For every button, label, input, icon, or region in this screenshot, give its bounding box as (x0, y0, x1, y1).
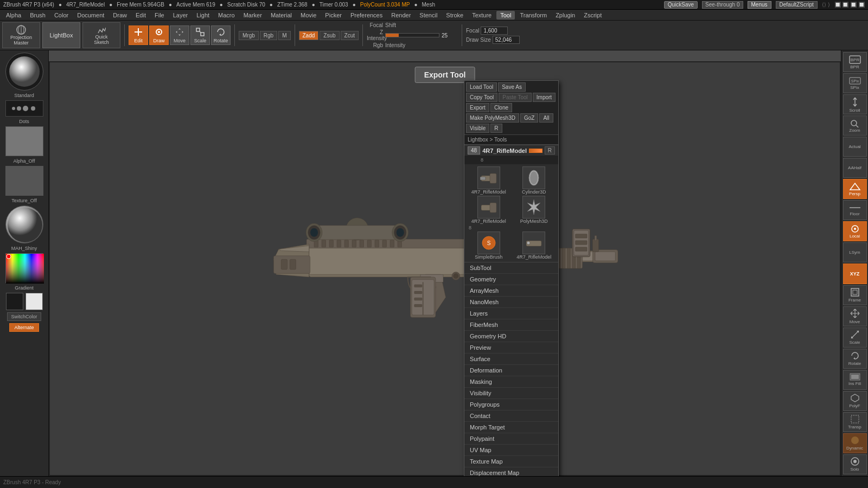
nanomesh-item[interactable]: NanoMesh (464, 297, 558, 308)
lsym-button[interactable]: LSym (843, 242, 867, 262)
menu-document[interactable]: Document (73, 11, 108, 20)
export-button[interactable]: Export (466, 103, 489, 112)
subtool-item[interactable]: SubTool (464, 262, 558, 274)
import-button[interactable]: Import (533, 93, 556, 102)
menu-transform[interactable]: Transform (516, 11, 551, 20)
arraymesh-item[interactable]: ArrayMesh (464, 285, 558, 297)
bpr-button[interactable]: BPR BPR (843, 52, 867, 72)
geometry-item[interactable]: Geometry (464, 274, 558, 285)
color-picker[interactable] (5, 253, 43, 283)
clone-button[interactable]: Clone (490, 103, 512, 112)
edit-button[interactable]: Edit (129, 25, 148, 45)
fibermesh-item[interactable]: FiberMesh (464, 319, 558, 331)
menu-render[interactable]: Render (387, 11, 414, 20)
brush-preview[interactable] (5, 53, 43, 91)
scale-rpanel-button[interactable]: Scale (843, 328, 867, 348)
scroll-button[interactable]: Scroll (843, 94, 867, 114)
seethrough-button[interactable]: See-through 0 (702, 1, 743, 9)
zadd-button[interactable]: Zadd (299, 31, 319, 40)
spix-button[interactable]: SPix SPix (843, 73, 867, 93)
m-button[interactable]: M (278, 31, 290, 40)
surface-item[interactable]: Surface (464, 354, 558, 365)
draw-button[interactable]: Draw (149, 25, 169, 45)
xyz-button[interactable]: XYZ (843, 264, 867, 284)
z-intensity-bar[interactable] (385, 33, 439, 37)
copy-tool-button[interactable]: Copy Tool (466, 93, 497, 102)
scale-button[interactable]: Scale (190, 25, 210, 45)
focal-value[interactable]: 1,600 (481, 27, 508, 35)
geometryhd-item[interactable]: Geometry HD (464, 331, 558, 342)
polygroups-item[interactable]: Polygroups (464, 399, 558, 410)
menu-stencil[interactable]: Stencil (416, 11, 441, 20)
displacement-map-item[interactable]: Displacement Map (464, 467, 558, 476)
menu-alpha[interactable]: Alpha (2, 11, 25, 20)
menu-zscript[interactable]: Zscript (580, 11, 605, 20)
floor-button[interactable]: Floor (843, 200, 867, 220)
model-r-button[interactable]: R (545, 146, 555, 155)
save-as-button[interactable]: Save As (498, 82, 526, 92)
actual-button[interactable]: Actual (843, 137, 867, 157)
make-polymesh3d-button[interactable]: Make PolyMesh3D (466, 113, 519, 123)
tool-item-6[interactable]: 4R7_RifleModel (512, 232, 557, 260)
quicksave-button[interactable]: QuickSave (664, 1, 698, 9)
visibility-item[interactable]: Visibility (464, 388, 558, 399)
tool-item-3[interactable]: 4R7_RifleModel (467, 196, 511, 224)
menu-stroke[interactable]: Stroke (442, 11, 467, 20)
goz-button[interactable]: GoZ (520, 113, 538, 123)
menu-draw[interactable]: Draw (109, 11, 131, 20)
menu-tool[interactable]: Tool (496, 11, 515, 20)
mrgb-button[interactable]: Mrgb (239, 31, 259, 40)
texture-map-item[interactable]: Texture Map (464, 456, 558, 467)
menu-preferences[interactable]: Preferences (347, 11, 386, 20)
alternate-button[interactable]: Alternate (9, 323, 39, 332)
menu-brush[interactable]: Brush (26, 11, 49, 20)
tool-item-4[interactable]: PolyMesh3D (512, 196, 557, 224)
menu-macro[interactable]: Macro (214, 11, 239, 20)
tool-item-1[interactable]: 4R7_RifleModel (467, 166, 511, 195)
tool-item-5[interactable]: S SimpleBrush (467, 232, 511, 260)
swatch-black[interactable] (6, 293, 23, 310)
persp-button[interactable]: Persp (843, 179, 867, 199)
uv-map-item[interactable]: UV Map (464, 445, 558, 456)
dynamic-button[interactable]: Dynamic (843, 433, 867, 453)
solo-button[interactable]: Solo (843, 454, 867, 474)
projection-master-button[interactable]: ProjectionMaster (2, 22, 40, 48)
ins-fill-button[interactable]: Ins Fill (843, 370, 867, 390)
zoom-button[interactable]: Zoom (843, 115, 867, 136)
menu-edit[interactable]: Edit (132, 11, 150, 20)
rgb-button[interactable]: Rgb (260, 31, 277, 40)
menu-movie[interactable]: Movie (297, 11, 320, 20)
move-button[interactable]: Move (170, 25, 189, 45)
load-tool-button[interactable]: Load Tool (466, 82, 497, 92)
menu-color[interactable]: Color (50, 11, 72, 20)
tool-item-2[interactable]: Cylinder3D (512, 166, 557, 195)
visible-button[interactable]: Visible (466, 124, 489, 133)
lightbox-button[interactable]: LightBox (42, 22, 80, 48)
deformation-item[interactable]: Deformation (464, 365, 558, 376)
all-button[interactable]: All (539, 113, 553, 123)
rotate-rpanel-button[interactable]: Rotate (843, 349, 867, 369)
paste-tool-button[interactable]: Paste Tool (499, 93, 532, 102)
menu-zplugin[interactable]: Zplugin (552, 11, 579, 20)
zcut-button[interactable]: Zcut (341, 31, 359, 40)
polyf-button[interactable]: PolyF (843, 391, 867, 411)
draw-size-value[interactable]: 52,046 (493, 36, 520, 44)
transp-button[interactable]: Transp (843, 412, 867, 432)
menus-button[interactable]: Menus (748, 1, 771, 9)
r-button[interactable]: R (490, 124, 502, 133)
menu-picker[interactable]: Picker (321, 11, 346, 20)
switch-color-button[interactable]: SwitchColor (7, 312, 41, 321)
morph-target-item[interactable]: Morph Target (464, 422, 558, 433)
defaultzscript-button[interactable]: DefaultZScript (776, 1, 818, 9)
menu-file[interactable]: File (151, 11, 168, 20)
menu-marker[interactable]: Marker (240, 11, 266, 20)
texture-preview[interactable] (5, 166, 43, 196)
material-preview[interactable] (5, 206, 43, 243)
polypaint-item[interactable]: Polypaint (464, 433, 558, 445)
layers-item[interactable]: Layers (464, 308, 558, 319)
contact-item[interactable]: Contact (464, 410, 558, 422)
menu-texture[interactable]: Texture (468, 11, 495, 20)
zsub-button[interactable]: Zsub (320, 31, 339, 40)
alpha-preview[interactable] (5, 126, 43, 156)
menu-light[interactable]: Light (193, 11, 213, 20)
